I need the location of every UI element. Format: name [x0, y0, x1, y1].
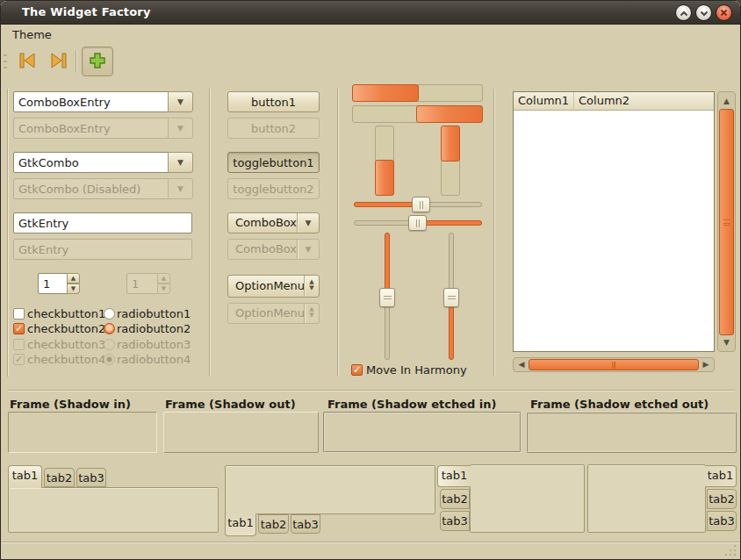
gtkentry-input[interactable] [13, 212, 192, 233]
optionmenu[interactable]: OptionMenu ▲ ▼ [227, 275, 320, 298]
vertical-separator [337, 89, 338, 377]
minimize-button[interactable] [695, 4, 712, 21]
dropdown-arrow-icon: ▼ [177, 125, 183, 133]
combobox-disabled-value: ComboBox [235, 242, 297, 255]
radiobutton4-label: radiobutton4 [117, 353, 191, 366]
check-icon: ✓ [353, 364, 361, 376]
chevron-up-icon [680, 6, 688, 19]
gtkcombo-dropdown-button[interactable]: ▼ [168, 152, 193, 173]
notebook2-tab1[interactable]: tab1 [225, 513, 256, 536]
tab-label: tab2 [441, 490, 469, 506]
scroll-down-button[interactable]: ▼ [718, 335, 735, 349]
notebook3-tab3[interactable]: tab3 [440, 511, 470, 531]
notebook1-tab2[interactable]: tab2 [44, 468, 75, 487]
resize-grip[interactable] [724, 544, 737, 556]
hscale1-fill [354, 202, 417, 207]
go-last-button[interactable] [43, 47, 75, 76]
spin-down-icon: ▼ [162, 286, 166, 292]
notebook2-tab3[interactable]: tab3 [291, 514, 320, 534]
column-header-1[interactable]: Column1 [514, 92, 573, 111]
maximize-button[interactable] [675, 4, 692, 21]
frame-shadow-etched-out [526, 412, 737, 453]
window-title: The Widget Factory [22, 5, 151, 18]
spinbutton-up-button[interactable]: ▲ [67, 273, 80, 284]
button2: button2 [227, 118, 320, 139]
vscale1-handle[interactable] [379, 288, 395, 307]
horizontal-separator [1, 542, 741, 542]
spinbutton-input[interactable] [38, 273, 68, 294]
frame-shadow-in [8, 412, 157, 453]
close-button[interactable] [716, 4, 732, 21]
combobox[interactable]: ComboBox ▼ [227, 212, 320, 233]
frame-shadow-out-label: Frame (Shadow out) [165, 398, 296, 411]
spinbutton-down-button[interactable]: ▼ [67, 284, 80, 294]
notebook4-tab2[interactable]: tab2 [707, 489, 737, 509]
menu-theme[interactable]: Theme [9, 27, 55, 43]
checkbutton1-label[interactable]: checkbutton1 [27, 307, 105, 320]
vertical-separator [7, 89, 8, 377]
scroll-right-button[interactable]: ▶ [700, 358, 712, 371]
list-body[interactable] [514, 111, 714, 351]
check-icon: ✓ [15, 354, 23, 365]
togglebutton2-label: togglebutton2 [233, 183, 313, 196]
radiobutton1-circle[interactable] [104, 308, 115, 319]
add-button[interactable] [82, 47, 113, 76]
button1[interactable]: button1 [227, 91, 320, 112]
notebook1-tab1[interactable]: tab1 [8, 465, 42, 488]
checkbutton1-box[interactable] [13, 308, 25, 319]
notebook1-tab3[interactable]: tab3 [76, 468, 106, 487]
radiobutton1-label[interactable]: radiobutton1 [117, 307, 191, 320]
go-first-button[interactable] [11, 47, 43, 76]
radiobutton4-circle [104, 354, 115, 365]
notebook3-tab1[interactable]: tab1 [437, 465, 471, 487]
notebook4-content [587, 464, 706, 533]
hscale1-handle[interactable] [412, 197, 430, 212]
gtkcombo-input[interactable] [13, 152, 169, 173]
frame-shadow-in-label: Frame (Shadow in) [10, 398, 131, 411]
vertical-separator [209, 89, 210, 377]
vscale1-fill [385, 233, 390, 291]
column-header-2[interactable]: Column2 [573, 92, 714, 111]
notebook2-tab2[interactable]: tab2 [258, 514, 289, 534]
spin-up-icon: ▲ [162, 276, 166, 282]
notebook4-tab1[interactable]: tab1 [705, 465, 737, 487]
horizontal-scrollbar[interactable]: ◀ ▶ [513, 357, 715, 372]
tab-label: tab3 [441, 512, 469, 528]
add-icon [88, 51, 107, 73]
move-in-harmony-checkbox[interactable]: ✓ [351, 364, 363, 376]
scroll-left-button[interactable]: ◀ [515, 358, 528, 371]
progressbar-h1 [352, 84, 483, 102]
vertical-scrollbar[interactable]: ▲ ▼ [717, 91, 736, 352]
scroll-up-button[interactable]: ▲ [718, 94, 735, 108]
checkbutton4-label: checkbutton4 [27, 353, 105, 366]
togglebutton1[interactable]: togglebutton1 [227, 152, 320, 173]
notebook2-content [225, 465, 435, 514]
vertical-scrollbar-thumb[interactable] [719, 109, 734, 335]
radiobutton2-label[interactable]: radiobutton2 [117, 322, 191, 335]
titlebar[interactable]: The Widget Factory [1, 1, 740, 25]
frame-shadow-etched-out-label: Frame (Shadow etched out) [530, 398, 709, 411]
radiobutton2-circle[interactable] [104, 323, 115, 334]
list-view[interactable]: Column1 Column2 [513, 91, 715, 352]
hscale2-handle[interactable] [408, 215, 427, 231]
tab-label: tab2 [708, 490, 736, 506]
togglebutton2: togglebutton2 [227, 178, 320, 199]
frame-shadow-out [163, 412, 319, 453]
vscale2-handle[interactable] [443, 288, 459, 307]
checkbutton2-label[interactable]: checkbutton2 [27, 322, 105, 335]
checkbutton2-box[interactable]: ✓ [13, 323, 25, 334]
comboboxentry-dropdown-button[interactable]: ▼ [168, 91, 193, 112]
notebook4-tab3[interactable]: tab3 [707, 511, 737, 531]
horizontal-scrollbar-thumb[interactable] [529, 359, 699, 370]
comboboxentry-input[interactable] [13, 91, 169, 112]
checkbutton3-label: checkbutton3 [27, 338, 105, 351]
notebook3-tab2[interactable]: tab2 [440, 489, 470, 509]
scroll-down-icon: ▼ [723, 339, 730, 347]
button2-label: button2 [251, 122, 296, 135]
menubar: Theme [1, 25, 740, 45]
combobox-disabled: ComboBox ▼ [227, 239, 320, 260]
move-in-harmony-label[interactable]: Move In Harmony [366, 363, 467, 377]
toolbar-grip[interactable] [4, 54, 7, 70]
radiobutton3-label: radiobutton3 [117, 338, 191, 351]
gtkcombo-disabled-input [13, 178, 169, 199]
